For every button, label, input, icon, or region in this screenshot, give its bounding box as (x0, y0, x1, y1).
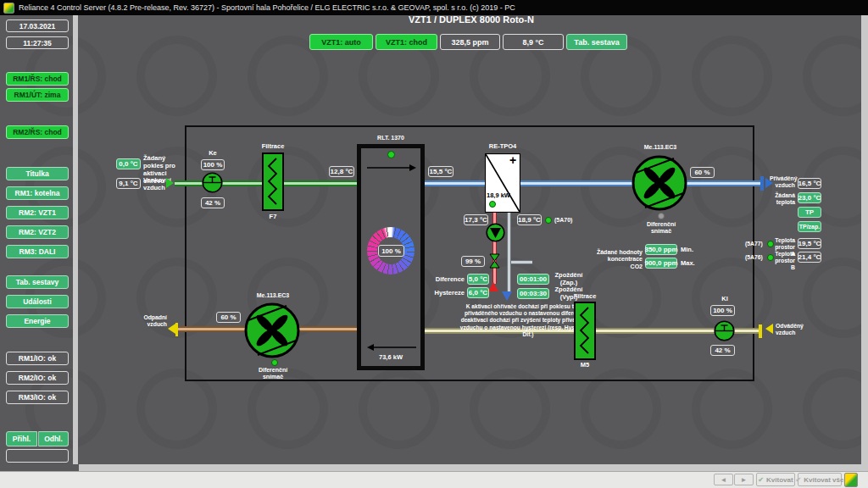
page-title: VZT1 / DUPLEX 8000 Roto-N (81, 14, 861, 25)
exhaust-outlet-marker (175, 323, 178, 336)
filter-m5-code: M5 (574, 362, 596, 369)
extract-fan-speed-display: 60 % (216, 312, 241, 323)
outdoor-temp-readout: 8,9 °C (503, 34, 564, 50)
alarm-next-button[interactable]: ► (734, 474, 754, 485)
difference-label: Diference (433, 276, 465, 284)
vzt1-auto-button[interactable]: VZT1: auto (309, 34, 373, 50)
co2-max-label: Max. (681, 260, 698, 268)
damper-kl-position-display: 100 % (710, 305, 735, 316)
tp-zap-button[interactable]: TP/zap. (798, 221, 821, 232)
supply-fan-sensor-label: Diferenční snímač (636, 221, 687, 236)
damper-ke-label: Ke (200, 150, 225, 158)
check-icon: ✔ (758, 476, 764, 484)
state-rm1-ut[interactable]: RM1/ÚT: zima (6, 88, 69, 102)
room-a-temp-display: 19,5 °C (798, 238, 821, 249)
supply-fan-speed-display: 60 % (690, 167, 715, 178)
supply-air-label: Přiváděný vzduch (770, 175, 795, 189)
setback-setpoint-display[interactable]: 0,0 °C (116, 158, 141, 169)
filter-m5-label: Filtrace (566, 293, 604, 301)
logout-button[interactable]: Odhl. (38, 431, 69, 446)
exhaust-air-label: Odpadní vzduch (136, 314, 167, 328)
heater-status-dot (489, 201, 496, 208)
temp-after-heater-display: 18,9 °C (517, 214, 542, 225)
sidebar-item-energie[interactable]: Energie (6, 314, 69, 328)
vertical-scrollbar[interactable] (861, 15, 868, 471)
tp-button[interactable]: TP (798, 207, 821, 218)
sidebar-empty-button (6, 449, 69, 463)
login-button[interactable]: Přihl. (6, 431, 37, 446)
sensor-5a76-tag: (5A76) (745, 254, 765, 261)
filter-f7-code: F7 (262, 214, 284, 221)
filter-f7-icon (262, 152, 284, 211)
extract-fan-sensor-dot (271, 359, 278, 366)
damper-kl-icon[interactable] (714, 320, 735, 341)
date-display: 17.03.2021 (6, 19, 69, 32)
title-bar: Reliance 4 Control Server (4.8.2 Pre-rel… (0, 0, 868, 15)
state-rm2-rs[interactable]: RM2/ŘS: chod (6, 125, 69, 139)
delay-on-setpoint[interactable]: 00:01:00 (517, 274, 549, 285)
wheel-speed-display: 100 % (378, 245, 404, 257)
tab-sestava-button[interactable]: Tab. sestava (566, 34, 627, 50)
supply-air-pipe (425, 180, 761, 186)
io-status-rm2: RM2/IO: ok (6, 371, 69, 385)
supply-fan-label: Me.113.EC3 (638, 144, 682, 151)
co2-min-setpoint[interactable]: 350,0 ppm (645, 244, 677, 255)
vzt1-run-button[interactable]: VZT1: chod (376, 34, 437, 50)
difference-setpoint[interactable]: 5,0 °C (467, 274, 489, 285)
supply-fan-icon[interactable] (632, 155, 687, 211)
acknowledge-all-button[interactable]: ✔ Kvitovat vše (798, 473, 842, 486)
sidebar-item-tab-sestavy[interactable]: Tab. sestavy (6, 275, 69, 289)
arrow-left-icon: ◄ (721, 476, 727, 484)
wheel-label: RLT. 1370 (361, 135, 420, 141)
extract-fan-icon[interactable] (244, 302, 300, 358)
co2-setpoints-label: Žádané hodnoty koncentrace CO2 (596, 249, 643, 270)
wheel-status-dot (387, 151, 395, 158)
sidebar-item-rm2-vzt2[interactable]: RM2: VZT2 (6, 225, 69, 239)
hysteresis-setpoint[interactable]: 6,0 °C (467, 287, 489, 298)
pump-icon[interactable] (486, 223, 505, 242)
sidebar-item-rm3-dali[interactable]: RM3: DALI (6, 245, 69, 258)
state-rm1-rs[interactable]: RM1/ŘS: chod (6, 72, 69, 86)
reliance-scada-window: Reliance 4 Control Server (4.8.2 Pre-rel… (0, 0, 868, 488)
wheel-recovered-power: 73,6 kW (370, 354, 412, 362)
extract-fan-sensor-label: Diferenční snímač (248, 367, 298, 381)
setpoint-temp-display[interactable]: 23,0 °C (798, 192, 821, 203)
setpoint-temp-label: Žádaná teplota (770, 192, 795, 206)
temp-before-wheel-display: 12,8 °C (329, 166, 354, 177)
delay-off-setpoint[interactable]: 00:03:30 (517, 288, 549, 299)
sidebar-scrollbar[interactable] (73, 15, 78, 464)
horizontal-scrollbar[interactable] (79, 464, 861, 471)
temp-after-wheel-display: 15,5 °C (428, 166, 453, 177)
sensor-5a70-dot (545, 217, 552, 224)
sensor-5a77-tag: (5A77) (745, 241, 765, 247)
water-return-arrow-icon (502, 291, 512, 301)
alarm-prev-button[interactable]: ◄ (714, 474, 733, 485)
window-title: Reliance 4 Control Server (4.8.2 Pre-rel… (19, 3, 515, 12)
damper-ke-feedback-display: 42 % (201, 197, 225, 208)
sensor-5a70-tag: (5A70) (554, 217, 580, 224)
co2-max-setpoint[interactable]: 900,0 ppm (645, 258, 677, 269)
damper-kl-label: Kl (712, 296, 737, 303)
damper-ke-position-display: 100 % (201, 159, 225, 170)
damper-ke-icon[interactable] (202, 172, 223, 193)
heater-power: 18,9 kW (487, 191, 510, 199)
valve-icon[interactable] (489, 253, 500, 269)
sidebar-item-rm1-kotelna[interactable]: RM1: kotelna (6, 186, 69, 200)
reliance-tray-icon[interactable] (844, 473, 858, 487)
water-return-temp-display: 17,3 °C (464, 214, 488, 225)
heater-plus-sign: + (506, 153, 520, 167)
outdoor-temp-display: 9,1 °C (116, 178, 141, 189)
io-status-rm3: RM3/IO: ok (6, 391, 69, 404)
sidebar-item-titulka[interactable]: Titulka (6, 167, 69, 180)
acknowledge-button[interactable]: ✔ Kvitovat (756, 473, 795, 486)
supply-air-temp-display: 16,5 °C (798, 178, 821, 189)
sidebar-item-udalosti[interactable]: Události (6, 295, 69, 308)
fresh-air-arrow-icon (166, 178, 174, 188)
extract-air-arrow-icon (765, 324, 773, 334)
app-icon (3, 3, 14, 14)
filter-f7-label: Filtrace (259, 143, 287, 151)
co2-readout: 328,5 ppm (440, 34, 500, 50)
sidebar-item-rm2-vzt1[interactable]: RM2: VZT1 (6, 206, 69, 219)
check-all-icon: ✔ (796, 476, 802, 484)
time-display: 11:27:35 (6, 36, 69, 49)
